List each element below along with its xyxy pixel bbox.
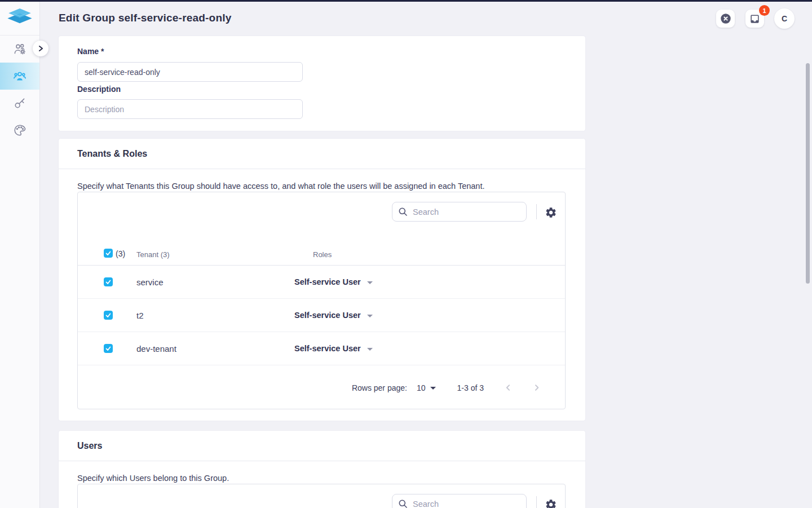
row-checkbox[interactable] [104,344,113,353]
notification-badge: 1 [759,5,770,16]
chevron-down-icon [430,387,436,390]
sidebar-expand-button[interactable] [33,41,48,56]
role-dropdown[interactable]: Self-service User [294,266,373,299]
users-card: Users Specify which Users belong to this… [59,431,585,508]
select-all-checkbox[interactable] [104,249,113,258]
tenant-name: service [136,266,164,299]
rows-per-page-label: Rows per page: [352,383,407,392]
name-label: Name * [77,47,104,56]
roles-column-header: Roles [313,250,332,259]
description-input[interactable] [77,99,303,119]
users-table-box [77,484,566,508]
users-title: Users [59,431,585,461]
tenant-name: dev-tenant [136,332,176,365]
palette-icon [13,123,27,137]
users-settings-button[interactable] [544,497,558,508]
tenants-pagination: Rows per page: 10 1-3 of 3 [78,365,565,410]
gear-icon [545,498,557,508]
toolbar-divider [536,204,537,219]
groups-icon [13,69,27,83]
tenants-roles-card: Tenants & Roles Specify what Tenants thi… [59,139,585,421]
tenant-column-header[interactable]: Tenant (3) [136,250,170,259]
close-icon [720,12,732,25]
logo[interactable] [0,0,39,36]
layers-logo-icon [7,8,33,26]
role-value: Self-service User [294,277,361,286]
row-checkbox[interactable] [104,277,113,286]
role-value: Self-service User [294,311,361,320]
sidebar [0,0,40,508]
role-dropdown[interactable]: Self-service User [294,332,373,365]
users-description: Specify which Users belong to this Group… [77,474,567,483]
row-checkbox[interactable] [104,311,113,320]
gear-icon [545,206,557,219]
toolbar-divider [536,496,537,508]
check-icon [105,312,112,319]
chevron-left-icon [505,384,512,391]
chevron-right-icon [37,45,45,52]
rows-per-page-select[interactable]: 10 [417,383,436,392]
tenants-table-box: (3) Tenant (3) Roles service Self-servic… [77,192,566,409]
tenants-roles-description: Specify what Tenants this Group should h… [77,182,567,191]
tenant-row-dev-tenant: dev-tenant Self-service User [78,332,565,365]
check-icon [105,345,112,352]
pagination-range: 1-3 of 3 [457,383,484,392]
chevron-right-icon [533,384,540,391]
tenant-name: t2 [136,299,144,332]
chevron-down-icon [367,281,373,284]
close-button[interactable] [716,10,735,28]
chevron-down-icon [367,348,373,351]
name-input[interactable] [77,62,303,82]
check-icon [105,279,112,285]
tenants-table-header: (3) Tenant (3) Roles [78,244,565,266]
top-stripe [0,0,812,2]
sidebar-item-keys[interactable] [0,90,39,117]
next-page-button[interactable] [532,384,540,392]
users-search-input[interactable] [413,500,520,508]
description-label: Description [77,85,121,94]
page-title: Edit Group self-service-read-only [59,12,231,24]
check-icon [105,250,112,257]
selected-count: (3) [116,249,125,258]
user-management-icon [13,42,27,56]
inbox-icon [749,14,760,24]
sidebar-item-groups[interactable] [0,63,39,90]
search-icon [398,499,408,508]
role-dropdown[interactable]: Self-service User [294,299,373,332]
role-value: Self-service User [294,344,361,353]
search-icon [398,207,408,217]
app-root: Edit Group self-service-read-only 1 C Na… [0,0,812,508]
tenants-search-input[interactable] [413,207,520,217]
sidebar-item-theme[interactable] [0,117,39,144]
tenant-row-service: service Self-service User [78,266,565,299]
key-icon [13,96,27,110]
tenant-row-t2: t2 Self-service User [78,299,565,332]
rows-per-page-value: 10 [417,383,426,392]
group-details-card: Name * Description [59,36,585,131]
chevron-down-icon [367,315,373,317]
avatar[interactable]: C [774,8,795,29]
users-search-box [392,494,527,508]
tenants-roles-title: Tenants & Roles [59,139,585,169]
tenants-settings-button[interactable] [544,205,558,220]
vertical-scrollbar[interactable] [806,63,810,284]
previous-page-button[interactable] [504,384,512,392]
tenants-search-box [392,202,527,222]
